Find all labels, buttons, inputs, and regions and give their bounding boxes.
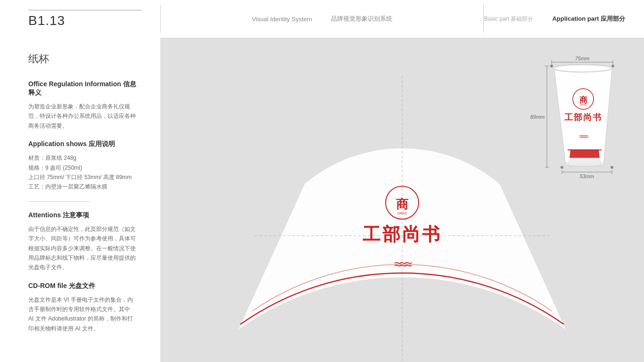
svg-text:GRSS: GRSS [580, 103, 587, 106]
header-center: Visual Identity System 品牌视觉形象识别系统 [160, 5, 484, 33]
svg-point-24 [611, 166, 613, 169]
header-left: B1.13 [0, 10, 160, 28]
svg-text:75mm: 75mm [575, 56, 590, 61]
svg-text:≈≈≈: ≈≈≈ [394, 257, 412, 272]
section4-body: 光盘文件是本 VI 手册电子文件的集合，内含手册制作时的专用软件格式文件。其中 … [28, 295, 137, 334]
svg-text:工部尚书: 工部尚书 [363, 224, 442, 244]
svg-text:53mm: 53mm [580, 173, 594, 179]
section3-heading: Attentions 注意事项 [28, 211, 137, 220]
section3-body: 由于信息的不确定性，此页部分规范（如文字大小、间距等）可作为参考使用，具体可根据… [28, 224, 137, 272]
header-brand-cn: 品牌视觉形象识别系统 [331, 15, 392, 23]
page-title: 纸杯 [28, 52, 137, 66]
header-divider-line [28, 10, 141, 10]
page-number: B1.13 [28, 13, 160, 28]
svg-text:商: 商 [396, 197, 409, 211]
header-application-part: Application part 应用部分 [552, 15, 625, 23]
section1-heading: Office Regulation Information 信息释义 [28, 80, 137, 97]
svg-point-25 [553, 65, 612, 72]
section2-heading: Application shows 应用说明 [28, 140, 137, 148]
section4-heading: CD-ROM file 光盘文件 [28, 282, 137, 290]
section2-body: 材质：原浆纸 248g 规格：9 盎司 (250ml) 上口径 75mm/ 下口… [28, 153, 137, 192]
svg-text:工部尚书: 工部尚书 [564, 112, 602, 122]
header: B1.13 Visual Identity System 品牌视觉形象识别系统 … [0, 0, 644, 38]
svg-point-23 [561, 166, 563, 169]
header-brand-en: Visual Identity System [252, 16, 312, 23]
header-right: Basic part 基础部分 Application part 应用部分 [484, 5, 644, 33]
svg-text:GRSS: GRSS [397, 212, 407, 215]
main-content: 商 GRSS 工部尚书 ≈≈≈ 75mm 53mm 89mm [160, 38, 644, 362]
left-panel: 纸杯 Office Regulation Information 信息释义 为塑… [0, 38, 160, 362]
svg-text:89mm: 89mm [530, 114, 545, 120]
divider [28, 201, 90, 202]
header-basic-part: Basic part 基础部分 [484, 15, 534, 23]
svg-point-21 [550, 65, 553, 67]
section1-body: 为塑造企业新形象，配合企业商务礼仪规范，特设计各种办公系统用品，以适应各种商务活… [28, 102, 137, 131]
main-svg: 商 GRSS 工部尚书 ≈≈≈ 75mm 53mm 89mm [160, 38, 644, 362]
